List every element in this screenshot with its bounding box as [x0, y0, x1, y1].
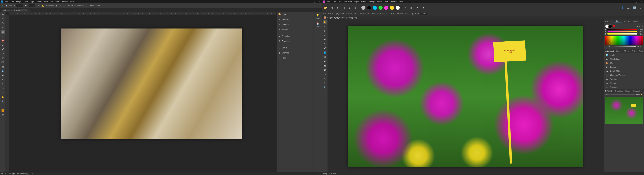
sync-icon[interactable]: 🔄: [632, 6, 636, 10]
document-tab[interactable]: ljubljana-2.jpg @ 66.7% (RGB/8) *: [1, 9, 30, 12]
grid-icon[interactable]: ▦: [409, 6, 414, 10]
navigator-thumbnail[interactable]: [605, 97, 643, 124]
af-menu-help[interactable]: Help: [398, 1, 404, 3]
af-menu-edit[interactable]: Edit: [332, 1, 337, 3]
document-canvas[interactable]: [61, 28, 242, 139]
zoom-slider[interactable]: [611, 94, 635, 95]
pen-tool[interactable]: ✒: [1, 78, 5, 82]
forward-icon[interactable]: ▶: [336, 6, 340, 10]
persona-ring-2[interactable]: [367, 6, 371, 10]
frame-tool[interactable]: ▱: [1, 34, 5, 38]
units-dropdown[interactable]: Pixels: [420, 13, 428, 15]
move-tool[interactable]: ✥: [1, 12, 5, 16]
opacity-slider[interactable]: Opacity 100 %: [605, 45, 643, 48]
marquee-tool[interactable]: ▭: [1, 17, 5, 21]
persona-ring-5[interactable]: [384, 6, 388, 10]
af-zoom-tool[interactable]: 🔍: [323, 86, 327, 90]
snap-icon[interactable]: ⌖: [403, 6, 408, 10]
hue-strip[interactable]: [605, 36, 643, 45]
tab-styles[interactable]: Styles: [630, 50, 638, 52]
delete-cropped-checkbox[interactable]: [63, 5, 65, 7]
split-icon[interactable]: ◫: [342, 6, 346, 10]
patterns-panel[interactable]: ▩Patterns: [276, 27, 313, 32]
menu-image[interactable]: Image: [15, 1, 22, 3]
tab-swatches[interactable]: Swatches: [622, 20, 632, 22]
af-corner-tool[interactable]: ⌐: [323, 33, 327, 37]
af-document-canvas[interactable]: SANVITALIJA 2,00€: [348, 26, 582, 167]
af-menu-document[interactable]: Document: [343, 1, 353, 3]
zoom-status[interactable]: 66.7%: [1, 173, 6, 174]
af-pencil-tool[interactable]: ✎: [323, 42, 327, 46]
straighten-label[interactable]: Straighten: [46, 5, 54, 6]
af-maximize-button[interactable]: ▢: [634, 0, 639, 3]
account-icon[interactable]: 👤: [620, 6, 624, 10]
eyedropper-tool[interactable]: 🎯: [1, 38, 5, 42]
adjustments-panel[interactable]: ◐Adjustme...: [276, 38, 313, 44]
hand-tool[interactable]: ✋: [1, 95, 5, 99]
photoshop-canvas-area[interactable]: 0 100 200 300 400 500 600 700 800 900 10…: [6, 12, 276, 172]
learn-panel[interactable]: 💡Learn: [314, 13, 322, 20]
tab-transform[interactable]: Transform: [614, 90, 624, 92]
clear-button[interactable]: Clear: [36, 5, 40, 6]
close-button[interactable]: ✕: [317, 0, 321, 3]
channels-panel[interactable]: ◫Channels: [276, 50, 313, 55]
share-icon[interactable]: ⇪: [354, 6, 358, 10]
af-node-tool[interactable]: ◆: [323, 29, 327, 33]
help-icon[interactable]: ?: [638, 6, 643, 10]
af-menu-file[interactable]: File: [326, 1, 332, 3]
gradient-tool[interactable]: ▤: [1, 65, 5, 69]
af-pan-tool[interactable]: ✋: [323, 20, 327, 24]
brush-tool[interactable]: 🖌: [1, 47, 5, 51]
tab-layers[interactable]: Layers: [615, 50, 623, 52]
tab-adjustment[interactable]: Adjustment: [604, 50, 615, 52]
af-crop-tool[interactable]: ▣: [323, 68, 327, 72]
g-slider[interactable]: G255: [605, 31, 643, 32]
adj-levels[interactable]: 📊Levels: [604, 53, 644, 57]
gear-icon[interactable]: ⚙: [59, 4, 62, 7]
menu-select[interactable]: Select: [36, 1, 43, 3]
af-menu-arrange[interactable]: Arrange: [367, 1, 376, 3]
lasso-tool[interactable]: ✎: [1, 21, 5, 25]
persona-ring-4[interactable]: [378, 6, 382, 10]
reset-swatch-icon[interactable]: [613, 25, 615, 27]
af-minimize-button[interactable]: —: [629, 0, 634, 3]
adj-exposure[interactable]: ⏱Exposure: [604, 85, 644, 89]
color-panel[interactable]: 🎨Color: [276, 12, 313, 17]
af-vector-brush-tool[interactable]: 🖌: [323, 46, 327, 50]
tab-history[interactable]: History: [624, 90, 632, 92]
af-fill-tool[interactable]: 🪣: [323, 50, 327, 55]
af-close-button[interactable]: ✕: [639, 0, 643, 3]
tab-effects[interactable]: Effects: [623, 50, 630, 52]
gradients-panel[interactable]: ▤Gradients: [276, 22, 313, 27]
swatches-panel[interactable]: ▦Swatches: [276, 17, 313, 22]
crop-tool-icon[interactable]: ▣: [5, 4, 8, 7]
stamp-tool[interactable]: ⛉: [1, 52, 5, 56]
status-chevron-icon[interactable]: ▸: [32, 173, 33, 174]
af-document-tab[interactable]: ljubljana-3.jpg [Modified] (98.8%) [1Yar…: [327, 17, 356, 18]
more-tools-icon[interactable]: ⋯: [1, 104, 5, 108]
af-transparency-tool[interactable]: ◐: [323, 59, 327, 63]
blur-tool[interactable]: 💧: [1, 69, 5, 73]
tab-colour[interactable]: Colour: [614, 20, 622, 22]
adj-posterise[interactable]: ▦Posterise: [604, 77, 644, 81]
shape-tool[interactable]: ▭: [1, 91, 5, 95]
af-place-tool[interactable]: ⬒: [323, 64, 327, 68]
menu-type[interactable]: Type: [29, 1, 36, 3]
af-menu-filters[interactable]: Filters: [376, 1, 383, 3]
tab-channels[interactable]: Channels: [632, 90, 642, 92]
af-text-tool[interactable]: A: [323, 77, 327, 81]
b-slider[interactable]: B255: [605, 33, 643, 35]
back-icon[interactable]: ◀: [330, 6, 334, 10]
af-menu-text[interactable]: Text: [337, 1, 343, 3]
r-slider[interactable]: R255: [605, 29, 643, 30]
eraser-tool[interactable]: ⌫: [1, 60, 5, 64]
paths-panel[interactable]: ⟋Paths: [276, 55, 313, 60]
af-frame-text-tool[interactable]: T: [323, 81, 327, 85]
layers-panel[interactable]: ❐Layers: [276, 45, 313, 50]
af-gradient-tool[interactable]: ▤: [323, 55, 327, 59]
wand-tool[interactable]: ✧: [1, 26, 5, 30]
menu-view[interactable]: View: [54, 1, 60, 3]
libraries-panel[interactable]: 📚Librari...: [314, 21, 322, 28]
af-move-tool[interactable]: ↖: [323, 24, 327, 28]
cloud-icon[interactable]: ☁: [626, 6, 630, 10]
